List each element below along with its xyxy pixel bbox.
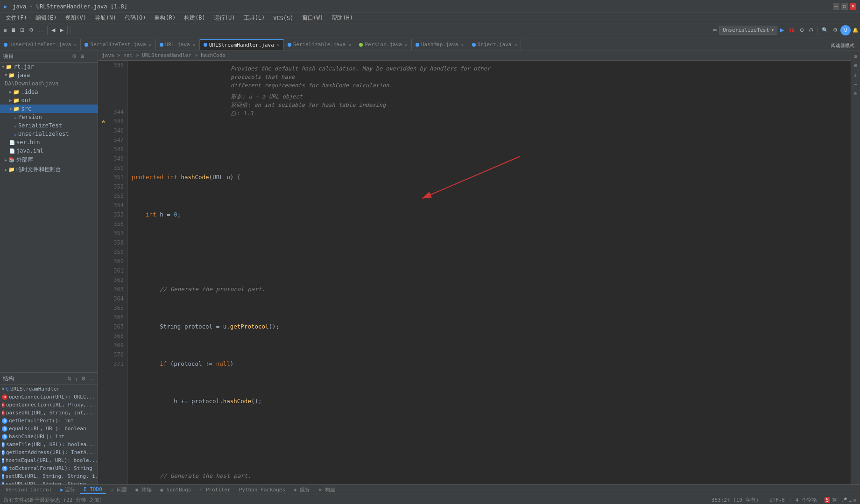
menu-view[interactable]: 视图(V) bbox=[61, 13, 90, 23]
maximize-button[interactable]: □ bbox=[841, 3, 848, 10]
tree-item-persion[interactable]: ☕ Persion bbox=[0, 113, 98, 121]
notification-icon[interactable]: 🔔 bbox=[853, 28, 858, 33]
status-crlf[interactable]: 4 个空格 bbox=[796, 497, 817, 504]
tree-item-external-libs[interactable]: ▶ 📚 外部库 bbox=[0, 155, 98, 165]
tree-item-serbin[interactable]: 📄 ser.bin bbox=[0, 138, 98, 147]
struct-root[interactable]: ▼ C URLStreamHandler bbox=[0, 385, 98, 393]
struct-item-equals[interactable]: m equals(URL, URL): boolean bbox=[0, 425, 98, 433]
tree-item-unserializetest[interactable]: ☕ UnserializeTest bbox=[0, 130, 98, 138]
struct-item-seturl2[interactable]: m setURL(URL, String, String,... bbox=[0, 480, 98, 484]
file-tab-persion[interactable]: Persion.java ✕ bbox=[355, 39, 412, 50]
status-encoding[interactable]: UTF-8 bbox=[769, 497, 785, 503]
run-config-selector[interactable]: UnserializeTest ▾ bbox=[719, 26, 777, 35]
file-tab-serializable[interactable]: Serializable.java ✕ bbox=[284, 39, 356, 50]
tab-close-serializetest[interactable]: ✕ bbox=[149, 42, 152, 47]
tree-item-path[interactable]: DA\Download\java bbox=[0, 79, 98, 88]
tab-version-control[interactable]: Version Control bbox=[2, 486, 56, 494]
menu-help[interactable]: 帮助(H) bbox=[328, 13, 357, 23]
project-icon-btn[interactable]: ≡ bbox=[2, 27, 8, 34]
tree-item-scratch[interactable]: ▶ 📁 临时文件和控制台 bbox=[0, 165, 98, 175]
right-icon-1[interactable]: ≣ bbox=[852, 52, 860, 60]
file-tab-url[interactable]: URL.java ✕ bbox=[156, 39, 200, 50]
profile-button[interactable]: ⏱ bbox=[807, 27, 816, 34]
tab-run[interactable]: ▶ 运行 bbox=[56, 485, 79, 494]
tree-item-javaiml[interactable]: 📄 java.iml bbox=[0, 147, 98, 155]
settings-gear-btn[interactable]: ⚙ bbox=[831, 26, 839, 34]
tree-item-out[interactable]: ▶ 📁 out bbox=[0, 96, 98, 105]
search-everywhere-btn[interactable]: 🔍 bbox=[820, 26, 830, 34]
tree-item-idea[interactable]: ▶ 📁 .idea bbox=[0, 88, 98, 96]
project-settings-btn[interactable]: … bbox=[87, 53, 95, 60]
project-collapse-btn[interactable]: ≣ bbox=[79, 53, 86, 60]
tree-item-rtjar[interactable]: ▼ 📁 rt.jar bbox=[0, 63, 98, 71]
tab-close-persion[interactable]: ✕ bbox=[405, 42, 408, 47]
structure-sort-btn[interactable]: ⇅ bbox=[66, 375, 73, 382]
user-avatar[interactable]: U bbox=[840, 25, 851, 35]
list-btn[interactable]: ⊞ bbox=[18, 26, 26, 34]
ime-mic-icon[interactable]: 🎤 bbox=[841, 497, 847, 503]
tab-close-unserializetest[interactable]: ✕ bbox=[74, 42, 77, 47]
tree-item-serializetest[interactable]: ☕ SerializeTest bbox=[0, 121, 98, 130]
tab-spotbugs[interactable]: ◉ SpotBugs bbox=[156, 486, 195, 494]
ime-en-label[interactable]: 英· bbox=[832, 497, 839, 504]
right-icon-3[interactable]: ◫ bbox=[852, 71, 860, 78]
menu-vcs[interactable]: VCS(S) bbox=[269, 14, 297, 22]
struct-item-parseurl[interactable]: m parseURL(URL, String, int,... bbox=[0, 409, 98, 417]
run-button[interactable]: ▶ bbox=[778, 26, 786, 34]
code-lines[interactable]: protected int hashCode(URL u) { int h = … bbox=[128, 61, 851, 484]
file-tab-hashmap[interactable]: HashMap.java ✕ bbox=[412, 39, 468, 50]
right-icon-4[interactable]: ⋯ bbox=[852, 80, 860, 88]
right-icon-5[interactable]: ⚙ bbox=[852, 90, 860, 97]
menu-refactor[interactable]: 重构(R) bbox=[150, 13, 179, 23]
structure-settings-btn[interactable]: ⚙ bbox=[80, 375, 87, 382]
tab-todo[interactable]: E TODO bbox=[80, 485, 106, 494]
struct-item-hashcode[interactable]: m hashCode(URL): int bbox=[0, 433, 98, 441]
struct-item-samefile[interactable]: m sameFile(URL, URL): boolea... bbox=[0, 441, 98, 448]
struct-item-openconn2[interactable]: m openConnection(URL, Proxy,... bbox=[0, 401, 98, 409]
file-tab-serializetest[interactable]: SerializeTest.java ✕ bbox=[81, 39, 155, 50]
menu-build[interactable]: 构建(B) bbox=[180, 13, 209, 23]
title-bar-controls[interactable]: ─ □ ✕ bbox=[833, 3, 856, 10]
menu-code[interactable]: 代码(O) bbox=[121, 13, 150, 23]
forward-btn[interactable]: ▶ bbox=[58, 26, 65, 34]
tab-profiler[interactable]: ◦ Profiler bbox=[196, 486, 234, 494]
tab-close-hashmap[interactable]: ✕ bbox=[461, 42, 464, 47]
ime-cloud-icon[interactable]: ☁ bbox=[849, 497, 852, 503]
menu-tools[interactable]: 工具(L) bbox=[240, 13, 269, 23]
tab-terminal[interactable]: ◼ 终端 bbox=[132, 485, 155, 494]
settings-btn[interactable]: ⚙ bbox=[27, 26, 35, 34]
tab-services[interactable]: ◈ 服务 bbox=[290, 485, 314, 494]
menu-navigate[interactable]: 导航(N) bbox=[91, 13, 120, 23]
menu-run[interactable]: 运行(U) bbox=[210, 13, 239, 23]
code-editor[interactable]: Provides the default hash calculation. M… bbox=[98, 61, 851, 484]
tab-close-object[interactable]: ✕ bbox=[514, 42, 517, 47]
close-button[interactable]: ✕ bbox=[850, 3, 856, 10]
struct-item-getdefaultport[interactable]: m getDefaultPort(): int bbox=[0, 417, 98, 425]
tree-item-java[interactable]: ▼ 📁 java bbox=[0, 71, 98, 79]
status-position[interactable]: 353:27 (19 字节) bbox=[712, 497, 759, 504]
menu-edit[interactable]: 编辑(E) bbox=[32, 13, 61, 23]
struct-item-openconn1[interactable]: m openConnection(URL): URLC... bbox=[0, 393, 98, 401]
right-icon-2[interactable]: ⊞ bbox=[852, 62, 860, 69]
ime-settings-icon[interactable]: ⚙ bbox=[853, 497, 856, 503]
more-btn[interactable]: … bbox=[36, 27, 45, 34]
struct-item-gethostaddress[interactable]: m getHostAddress(URL): InetA... bbox=[0, 448, 98, 456]
indent-btn[interactable]: ≣ bbox=[9, 26, 17, 34]
file-tab-urlstreamhandler[interactable]: URLStreamHandler.java ✕ bbox=[200, 39, 284, 50]
tab-close-urlstreamhandler[interactable]: ✕ bbox=[277, 42, 280, 48]
structure-close-btn[interactable]: ─ bbox=[88, 375, 95, 382]
tree-item-src[interactable]: ▼ 📁 src bbox=[0, 105, 98, 113]
project-tree[interactable]: ▼ 📁 rt.jar ▼ 📁 java DA\Download\java ▶ 📁… bbox=[0, 63, 98, 372]
structure-sort2-btn[interactable]: ↕ bbox=[74, 375, 79, 382]
project-gear-btn[interactable]: ⚙ bbox=[70, 53, 78, 60]
menu-window[interactable]: 窗口(W) bbox=[298, 13, 327, 23]
tab-problems[interactable]: ⚠ 问题 bbox=[107, 485, 131, 494]
coverage-button[interactable]: ⊙ bbox=[798, 26, 806, 34]
nav-btn[interactable]: ⇦ bbox=[711, 26, 719, 34]
menu-file[interactable]: 文件(F) bbox=[2, 13, 31, 23]
struct-item-seturl1[interactable]: m setURL(URL, String, String, i... bbox=[0, 472, 98, 480]
debug-button[interactable]: 🐞 bbox=[787, 26, 797, 34]
tab-build[interactable]: ⚒ 构建 bbox=[315, 485, 338, 494]
file-tab-unserializetest[interactable]: UnserializeTest.java ✕ bbox=[0, 39, 81, 50]
tab-close-serializable[interactable]: ✕ bbox=[348, 42, 351, 47]
